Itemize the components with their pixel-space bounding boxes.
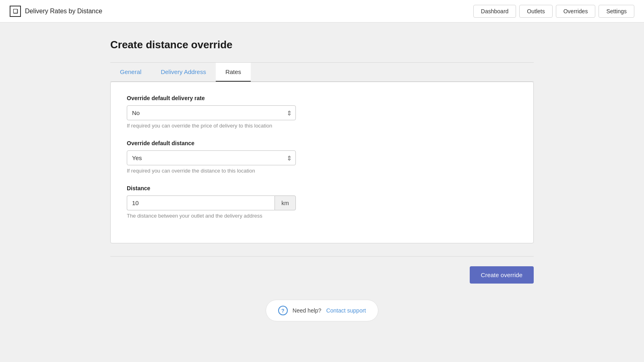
distance-label: Distance — [127, 185, 517, 191]
app-icon: ❏ — [10, 6, 21, 17]
help-pill: ? Need help? Contact support — [266, 300, 378, 321]
tab-delivery-address[interactable]: Delivery Address — [151, 63, 216, 82]
override-distance-select[interactable]: No Yes — [127, 150, 296, 165]
tabs: General Delivery Address Rates — [110, 63, 534, 82]
tab-rates[interactable]: Rates — [216, 63, 251, 82]
override-rate-hint: If required you can override the price o… — [127, 123, 517, 129]
page-title: Create distance override — [110, 39, 534, 51]
help-circle-icon: ? — [278, 306, 288, 315]
nav-overrides-button[interactable]: Overrides — [556, 5, 596, 18]
override-distance-select-wrapper: No Yes ⇕ — [127, 150, 296, 165]
override-rate-select-wrapper: No Yes ⇕ — [127, 105, 296, 120]
nav-settings-button[interactable]: Settings — [599, 5, 634, 18]
override-distance-hint: If required you can override the distanc… — [127, 168, 517, 174]
distance-input-row: km — [127, 195, 296, 210]
header-left: ❏ Delivery Rates by Distance — [10, 6, 102, 17]
tab-general[interactable]: General — [110, 63, 151, 82]
override-distance-group: Override default distance No Yes ⇕ If re… — [127, 140, 517, 174]
header-nav: Dashboard Outlets Overrides Settings — [473, 5, 634, 18]
contact-support-link[interactable]: Contact support — [326, 307, 366, 314]
nav-dashboard-button[interactable]: Dashboard — [473, 5, 516, 18]
main-content: Create distance override General Deliver… — [101, 23, 543, 346]
help-bar: ? Need help? Contact support — [110, 300, 534, 321]
override-rate-select[interactable]: No Yes — [127, 105, 296, 120]
distance-input[interactable] — [127, 195, 275, 210]
nav-outlets-button[interactable]: Outlets — [519, 5, 552, 18]
footer-divider — [110, 256, 534, 257]
distance-hint: The distance between your outlet and the… — [127, 213, 517, 219]
distance-group: Distance km The distance between your ou… — [127, 185, 517, 219]
override-rate-label: Override default delivery rate — [127, 95, 517, 101]
footer-actions: Create override — [110, 266, 534, 284]
distance-unit: km — [275, 195, 296, 210]
help-text: Need help? — [293, 307, 322, 314]
rates-card: Override default delivery rate No Yes ⇕ … — [110, 82, 534, 243]
create-override-button[interactable]: Create override — [470, 266, 534, 284]
app-title: Delivery Rates by Distance — [25, 8, 102, 15]
override-distance-label: Override default distance — [127, 140, 517, 146]
override-rate-group: Override default delivery rate No Yes ⇕ … — [127, 95, 517, 129]
header: ❏ Delivery Rates by Distance Dashboard O… — [0, 0, 644, 23]
